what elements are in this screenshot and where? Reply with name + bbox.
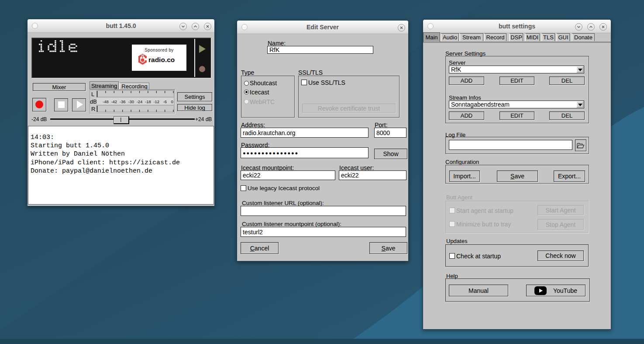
svg-text:-48: -48 — [103, 99, 109, 104]
svg-text:-30: -30 — [128, 99, 134, 104]
svg-text:0: 0 — [171, 99, 173, 104]
svg-text:-36: -36 — [120, 99, 126, 104]
svg-text:-18: -18 — [145, 99, 151, 104]
svg-text:radio.co: radio.co — [148, 56, 175, 63]
svg-text:-42: -42 — [111, 99, 117, 104]
svg-text:-6: -6 — [163, 99, 166, 104]
svg-text:-24: -24 — [137, 99, 143, 104]
svg-text:-12: -12 — [153, 99, 159, 104]
